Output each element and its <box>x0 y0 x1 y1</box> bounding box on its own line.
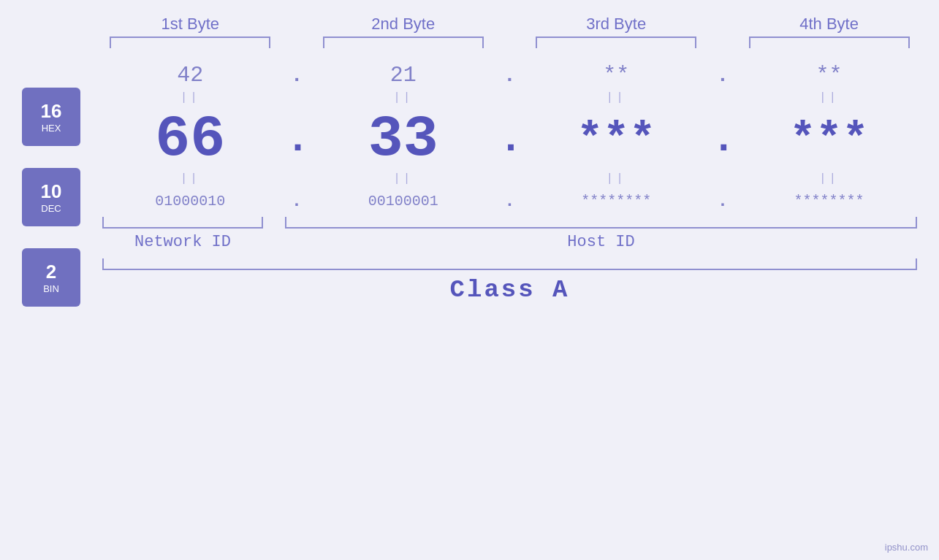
sep-row-2: || || || || <box>102 172 917 185</box>
sep-2-b1: || <box>110 172 270 185</box>
dec-b3: *** <box>536 118 696 161</box>
byte-header-1: 1st Byte <box>110 15 270 34</box>
dec-values-row: 66 . 33 . *** . *** <box>102 110 917 169</box>
sep-row-1: || || || || <box>102 91 917 104</box>
sep-2-b2: || <box>323 172 484 185</box>
top-brackets-row <box>102 37 917 48</box>
bin-b2: 00100001 <box>323 193 484 210</box>
byte-header-4: 4th Byte <box>749 15 910 34</box>
dec-b2: 33 <box>323 110 484 169</box>
dot-bin-1: . <box>286 191 308 211</box>
sep-2-b3: || <box>536 172 696 185</box>
bin-b1: 01000010 <box>110 193 270 210</box>
byte-header-3: 3rd Byte <box>536 15 696 34</box>
class-label-row: Class A <box>102 276 917 304</box>
hex-label: HEX <box>42 123 61 134</box>
bracket-3 <box>536 37 696 48</box>
hex-b1: 42 <box>110 63 270 88</box>
dec-badge: 10 DEC <box>22 168 80 226</box>
bracket-1 <box>110 37 270 48</box>
hex-values-row: 42 . 21 . ** . ** <box>102 63 917 88</box>
dec-b1: 66 <box>110 110 270 169</box>
byte-header-2: 2nd Byte <box>323 15 484 34</box>
page-container: 16 HEX 10 DEC 2 BIN 1st Byte 2nd Byte 3r… <box>0 0 939 560</box>
hex-b4: ** <box>749 63 910 88</box>
bottom-brackets-row <box>102 217 917 229</box>
sep-1-b1: || <box>110 91 270 104</box>
base-badges-column: 16 HEX 10 DEC 2 BIN <box>0 0 102 560</box>
dot-hex-3: . <box>712 64 734 87</box>
host-id-label: Host ID <box>285 233 917 251</box>
bracket-2 <box>323 37 484 48</box>
bracket-4 <box>749 37 910 48</box>
dot-dec-1: . <box>286 117 308 163</box>
network-id-label: Network ID <box>102 233 263 251</box>
dot-bin-3: . <box>712 191 734 211</box>
dec-b4: *** <box>749 118 910 161</box>
sep-1-b3: || <box>536 91 696 104</box>
right-content: 1st Byte 2nd Byte 3rd Byte 4th Byte 42 .… <box>102 0 939 560</box>
class-label: Class A <box>450 276 570 304</box>
hex-badge: 16 HEX <box>22 88 80 146</box>
dot-dec-2: . <box>498 117 520 163</box>
bin-badge: 2 BIN <box>22 248 80 307</box>
hex-b2: 21 <box>323 63 484 88</box>
dec-label: DEC <box>41 203 61 214</box>
sep-1-b4: || <box>749 91 910 104</box>
sep-2-b4: || <box>749 172 910 185</box>
dot-bin-2: . <box>498 191 520 211</box>
sep-1-b2: || <box>323 91 484 104</box>
network-host-labels: Network ID Host ID <box>102 233 917 251</box>
watermark: ipshu.com <box>885 542 928 553</box>
bin-number: 2 <box>46 261 56 283</box>
dot-hex-1: . <box>286 64 308 87</box>
network-bracket <box>102 217 263 229</box>
hex-number: 16 <box>41 100 62 123</box>
dot-hex-2: . <box>498 64 520 87</box>
bin-label: BIN <box>43 283 59 294</box>
dec-number: 10 <box>41 180 62 203</box>
bin-b4: ******** <box>749 193 910 210</box>
hex-b3: ** <box>536 63 696 88</box>
bin-b3: ******** <box>536 193 696 210</box>
byte-headers-row: 1st Byte 2nd Byte 3rd Byte 4th Byte <box>102 15 917 34</box>
class-bracket <box>102 258 917 270</box>
bin-values-row: 01000010 . 00100001 . ******** . *******… <box>102 191 917 211</box>
host-bracket <box>285 217 917 229</box>
dot-dec-3: . <box>712 117 734 163</box>
